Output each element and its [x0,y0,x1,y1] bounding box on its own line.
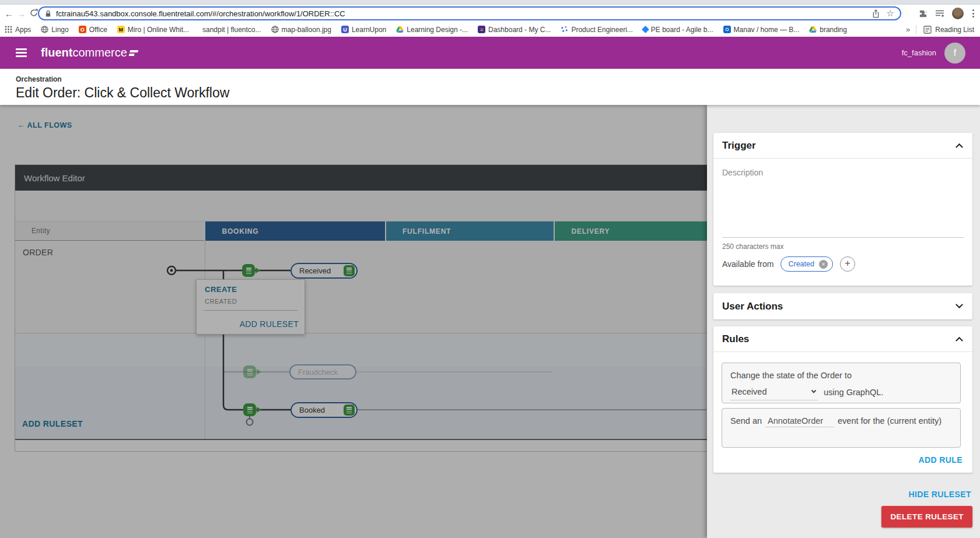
rule-text: Change the state of the Order to [730,369,952,382]
select-chevron-icon [811,388,816,393]
bookmark-item[interactable]: branding [809,26,847,34]
expand-chevron-down-icon[interactable] [956,301,963,308]
user-avatar[interactable]: f [944,43,965,64]
remove-chip-icon[interactable]: × [819,260,828,269]
globe-icon [271,26,279,33]
extensions-puzzle-icon[interactable] [919,9,928,18]
description-label: Description [722,168,763,177]
diamond-icon [643,27,648,32]
bookmark-label: branding [820,26,847,34]
description-textarea[interactable] [722,180,964,238]
url-bar[interactable]: fctrainau543.sandbox.console.fluentretai… [38,6,901,20]
account-name: fc_fashion [902,48,936,57]
bookmark-label: Manav / home — B... [734,26,800,34]
browser-chrome: ← → fctrainau543.sandbox.console.fluentr… [0,0,980,37]
user-actions-card[interactable]: User Actions [713,293,972,319]
tab-strip[interactable] [0,0,980,5]
bookmark-label: Product Engineeri... [571,26,632,34]
bookmark-item[interactable]: Learning Design -... [396,26,468,34]
bookmark-label: Lingo [51,26,68,34]
app-header: fluentcommerce fc_fashion f [0,37,980,69]
brand-mark-icon [129,50,138,56]
learnupon-icon: U [341,26,349,33]
bookmark-label: sandpit | fluentco... [202,26,261,34]
bookmark-label: Learning Design -... [407,26,468,34]
drive-icon [809,26,817,33]
miro-icon: M [117,26,125,33]
modal-dim-overlay [0,105,707,538]
trigger-title: Trigger [722,140,756,152]
forward-icon[interactable]: → [15,9,27,19]
available-from-chip[interactable]: Created × [780,256,832,272]
browser-menu-icon[interactable] [971,8,975,19]
bookmarks-list: LingoOOfficeMMiro | Online Whit...sandpi… [41,26,857,34]
globe-icon [41,26,48,33]
collapse-chevron-up-icon[interactable] [956,337,963,344]
bookmark-item[interactable]: PE board - Agile b... [643,26,713,34]
browser-profile-avatar[interactable] [952,8,964,19]
user-actions-title: User Actions [722,301,783,312]
bookmark-item[interactable]: Lingo [41,26,68,34]
workflow-main-area: ← ALL FLOWS Workflow Editor Entity BOOKI… [0,105,707,538]
toolbar-extensions [919,5,975,22]
rule-suffix: using GraphQL. [824,386,883,399]
bookmark-item[interactable]: OOffice [79,26,107,34]
apps-grid-icon [5,26,12,33]
add-state-button[interactable]: + [840,256,855,272]
trigger-card: Trigger Description 250 characters max A… [713,133,972,286]
office-icon: O [79,26,86,33]
breadcrumb: Orchestration [16,75,980,83]
dashboard-icon: ≡ [478,26,485,33]
rule-suffix: event for the (current entity) [838,416,942,426]
apps-shortcut[interactable]: Apps [5,26,31,34]
bookmark-label: PE board - Agile b... [651,26,713,34]
rule-change-state[interactable]: Change the state of the Order to Receive… [722,363,961,403]
bookmark-star-icon[interactable]: ☆ [887,8,894,19]
back-icon[interactable]: ← [3,9,15,19]
rules-card: Rules Change the state of the Order to R… [713,326,972,473]
delete-ruleset-button[interactable]: DELETE RULESET [881,506,972,528]
share-icon[interactable] [872,9,880,18]
page-title: Edit Order: Click & Collect Workflow [16,85,980,101]
lock-icon [45,10,51,17]
add-rule-link[interactable]: ADD RULE [918,455,963,465]
bookmarks-divider [916,25,916,34]
bookmark-label: LearnUpon [352,26,386,34]
bluesquare-icon [723,26,731,33]
hide-ruleset-link[interactable]: HIDE RULESET [909,490,971,499]
bookmark-item[interactable]: map-balloon.jpg [271,26,331,34]
bookmark-item[interactable]: ULearnUpon [341,26,386,34]
dots-icon [561,26,568,33]
bookmarks-bar: Apps LingoOOfficeMMiro | Online Whit...s… [0,22,980,37]
drive-icon [396,26,404,33]
bookmark-item[interactable]: Product Engineeri... [561,26,632,34]
bookmarks-overflow-icon[interactable]: » [906,25,910,34]
available-from-label: Available from [722,259,774,269]
page-title-block: Orchestration Edit Order: Click & Collec… [0,69,980,105]
bookmark-item[interactable]: sandpit | fluentco... [199,26,261,34]
ruleset-drawer: Trigger Description 250 characters max A… [707,105,980,538]
bookmark-item[interactable]: MMiro | Online Whit... [117,26,189,34]
bookmark-item[interactable]: Manav / home — B... [723,26,800,34]
char-limit-hint: 250 characters max [722,242,783,251]
media-list-icon[interactable] [935,9,944,17]
rule-send-event[interactable]: Send anevent for the (current entity) [722,408,961,448]
collapse-chevron-up-icon[interactable] [956,143,963,151]
url-text[interactable]: fctrainau543.sandbox.console.fluentretai… [56,9,865,18]
rule-prefix: Send an [730,416,762,426]
reading-list-icon [923,26,932,34]
bookmark-label: Dashboard - My C... [488,26,551,34]
bookmark-label: Office [89,26,107,34]
bookmark-label: map-balloon.jpg [282,26,331,34]
brand-logo[interactable]: fluentcommerce [41,46,138,59]
state-select[interactable]: Received [730,385,818,400]
hamburger-menu-icon[interactable] [16,48,27,57]
bookmark-item[interactable]: ≡Dashboard - My C... [478,26,551,34]
reading-list-button[interactable]: Reading List [923,26,974,34]
rules-title: Rules [722,333,749,345]
browser-toolbar: ← → fctrainau543.sandbox.console.fluentr… [0,5,980,22]
bookmark-label: Miro | Online Whit... [128,26,189,34]
event-name-input[interactable] [765,416,834,427]
